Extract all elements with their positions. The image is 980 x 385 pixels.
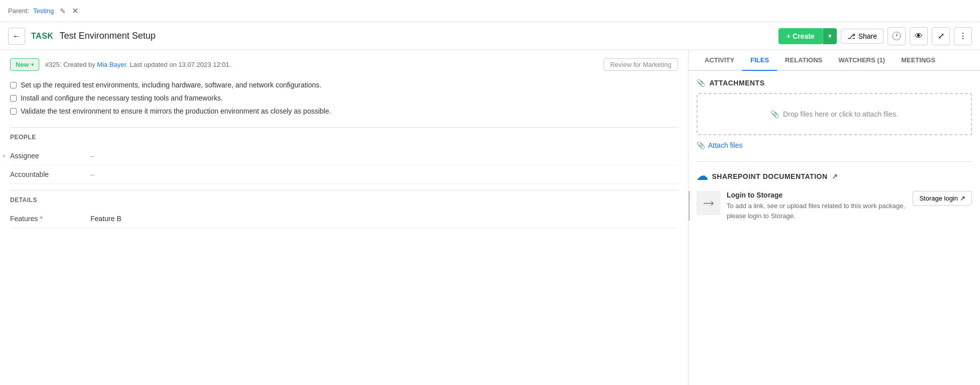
status-row: New ▾ #325: Created by Mia Bayer. Last u…	[10, 58, 678, 71]
people-section-header: PEOPLE	[10, 127, 678, 145]
sharepoint-section: ☁ SHAREPOINT DOCUMENTATION ↗ ⤑ Login to …	[697, 161, 972, 221]
author-link[interactable]: Mia Bayer	[97, 61, 126, 68]
tab-activity[interactable]: ACTIVITY	[697, 50, 742, 71]
attach-files-link[interactable]: 📎 Attach files	[697, 141, 972, 149]
accountable-label: Accountable	[10, 170, 90, 178]
expand-arrow-icon[interactable]: ›	[3, 152, 5, 159]
drop-zone-text: Drop files here or click to attach files…	[783, 110, 898, 118]
task-type-label: TASK	[31, 32, 53, 41]
login-arrow-icon: ⤑	[703, 196, 714, 211]
fullscreen-button[interactable]: ⤢	[932, 27, 950, 45]
features-label: Features *	[10, 215, 90, 223]
drop-zone-icon: 📎	[770, 110, 779, 118]
checklist-checkbox-2[interactable]	[10, 95, 17, 102]
drop-zone[interactable]: 📎 Drop files here or click to attach fil…	[697, 93, 972, 135]
history-button[interactable]: 🕐	[888, 27, 906, 45]
tab-watchers[interactable]: WATCHERS (1)	[830, 50, 893, 71]
login-storage-icon: ⤑	[697, 191, 721, 215]
create-dropdown-button[interactable]: ▾	[823, 28, 837, 44]
tab-relations[interactable]: RELATIONS	[777, 50, 830, 71]
status-dropdown-arrow: ▾	[31, 62, 34, 67]
storage-login-icon: ↗	[960, 195, 965, 202]
status-label: New	[16, 61, 29, 68]
checklist: Set up the required test environments, i…	[10, 81, 678, 115]
attach-files-label: Attach files	[708, 141, 742, 149]
assignee-value[interactable]: –	[90, 152, 678, 160]
header-left: ← TASK Test Environment Setup	[8, 28, 155, 45]
create-button[interactable]: + Create	[778, 28, 823, 44]
review-badge: Review for Marketing	[604, 58, 678, 71]
storage-login-label: Storage login	[919, 195, 958, 202]
login-text: Login to Storage To add a link, see or u…	[727, 191, 907, 221]
task-title: Test Environment Setup	[59, 31, 155, 41]
details-section-header: DETAILS	[10, 190, 678, 208]
top-bar: Parent: Testing ✎ ✕	[0, 0, 980, 22]
left-panel: New ▾ #325: Created by Mia Bayer. Last u…	[0, 50, 689, 385]
status-badge[interactable]: New ▾	[10, 58, 39, 71]
header-right: + Create ▾ ⎇ Share 🕐 👁 ⤢ ⋮	[778, 27, 972, 45]
checklist-text-3: Validate the test environment to ensure …	[21, 107, 331, 115]
accountable-value[interactable]: –	[90, 170, 678, 178]
accountable-row: Accountable –	[10, 165, 678, 184]
sharepoint-section-title: ☁ SHAREPOINT DOCUMENTATION ↗	[697, 170, 972, 183]
edit-icon[interactable]: ✎	[60, 7, 66, 15]
attachments-icon: 📎	[697, 79, 706, 87]
tabs: ACTIVITY FILES RELATIONS WATCHERS (1) ME…	[689, 50, 980, 71]
checklist-item: Set up the required test environments, i…	[10, 81, 678, 89]
watch-button[interactable]: 👁	[910, 27, 928, 45]
right-panel: ACTIVITY FILES RELATIONS WATCHERS (1) ME…	[689, 50, 980, 385]
features-row: Features * Feature B	[10, 210, 678, 228]
assignee-label: Assignee	[10, 152, 90, 160]
checklist-text-2: Install and configure the necessary test…	[21, 94, 223, 102]
attachments-section-title: 📎 ATTACHMENTS	[697, 79, 972, 87]
attach-files-icon: 📎	[697, 141, 705, 149]
storage-login-button[interactable]: Storage login ↗	[913, 191, 972, 206]
features-value[interactable]: Feature B	[90, 215, 678, 223]
close-icon[interactable]: ✕	[72, 6, 78, 16]
tab-meetings[interactable]: MEETINGS	[893, 50, 943, 71]
sharepoint-label: SHAREPOINT DOCUMENTATION	[712, 172, 828, 180]
tab-files[interactable]: FILES	[742, 50, 777, 71]
checklist-item: Install and configure the necessary test…	[10, 94, 678, 102]
share-label: Share	[858, 32, 877, 40]
parent-link[interactable]: Testing	[33, 7, 54, 15]
checklist-item: Validate the test environment to ensure …	[10, 107, 678, 115]
create-button-group: + Create ▾	[778, 28, 837, 44]
sharepoint-external-link-icon[interactable]: ↗	[832, 172, 838, 180]
login-description: To add a link, see or upload files relat…	[727, 201, 907, 221]
share-button[interactable]: ⎇ Share	[841, 29, 884, 44]
assignee-row: › Assignee –	[10, 147, 678, 165]
login-divider	[689, 191, 690, 221]
login-title: Login to Storage	[727, 191, 907, 199]
checklist-text-1: Set up the required test environments, i…	[21, 81, 321, 89]
main-layout: New ▾ #325: Created by Mia Bayer. Last u…	[0, 50, 980, 385]
task-meta: #325: Created by Mia Bayer. Last updated…	[45, 61, 231, 68]
required-marker: *	[38, 215, 42, 223]
files-content: 📎 ATTACHMENTS 📎 Drop files here or click…	[689, 71, 980, 229]
more-options-button[interactable]: ⋮	[954, 27, 972, 45]
checklist-checkbox-1[interactable]	[10, 82, 17, 88]
header: ← TASK Test Environment Setup + Create ▾…	[0, 22, 980, 50]
parent-label: Parent:	[8, 7, 29, 15]
back-button[interactable]: ←	[8, 28, 25, 45]
checklist-checkbox-3[interactable]	[10, 108, 17, 115]
share-icon: ⎇	[847, 32, 855, 40]
login-row: ⤑ Login to Storage To add a link, see or…	[697, 191, 972, 221]
sharepoint-cloud-icon: ☁	[697, 170, 708, 183]
attachments-label: ATTACHMENTS	[710, 79, 765, 87]
